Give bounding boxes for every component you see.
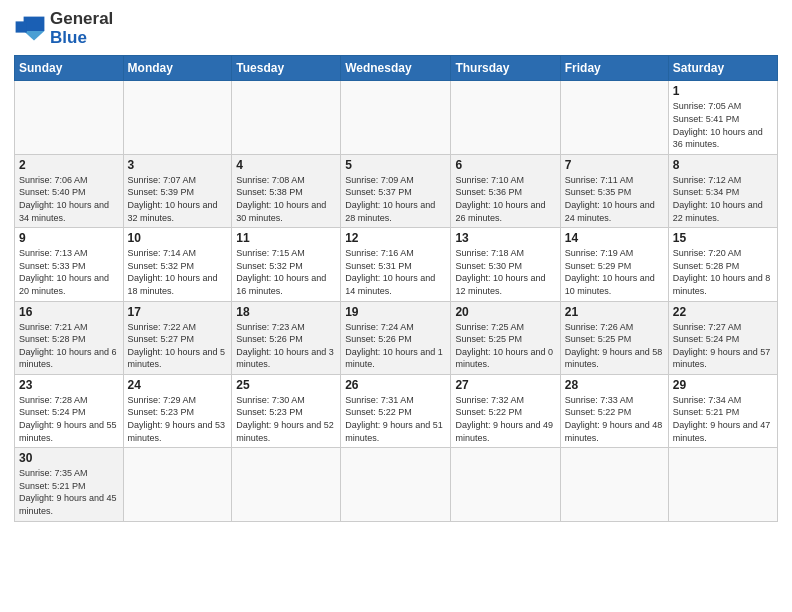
day-info: Sunrise: 7:07 AM Sunset: 5:39 PM Dayligh… [128,174,228,224]
day-number: 6 [455,158,555,172]
day-number: 2 [19,158,119,172]
calendar-cell [15,81,124,154]
calendar-cell: 4Sunrise: 7:08 AM Sunset: 5:38 PM Daylig… [232,154,341,227]
day-info: Sunrise: 7:33 AM Sunset: 5:22 PM Dayligh… [565,394,664,444]
day-number: 17 [128,305,228,319]
day-number: 9 [19,231,119,245]
day-info: Sunrise: 7:29 AM Sunset: 5:23 PM Dayligh… [128,394,228,444]
day-number: 27 [455,378,555,392]
calendar-cell: 9Sunrise: 7:13 AM Sunset: 5:33 PM Daylig… [15,228,124,301]
day-info: Sunrise: 7:28 AM Sunset: 5:24 PM Dayligh… [19,394,119,444]
day-info: Sunrise: 7:10 AM Sunset: 5:36 PM Dayligh… [455,174,555,224]
day-info: Sunrise: 7:24 AM Sunset: 5:26 PM Dayligh… [345,321,446,371]
weekday-header-tuesday: Tuesday [232,56,341,81]
calendar-cell: 8Sunrise: 7:12 AM Sunset: 5:34 PM Daylig… [668,154,777,227]
day-number: 29 [673,378,773,392]
calendar-cell [668,448,777,521]
calendar-cell: 21Sunrise: 7:26 AM Sunset: 5:25 PM Dayli… [560,301,668,374]
day-info: Sunrise: 7:11 AM Sunset: 5:35 PM Dayligh… [565,174,664,224]
calendar-cell [123,81,232,154]
week-row-3: 16Sunrise: 7:21 AM Sunset: 5:28 PM Dayli… [15,301,778,374]
weekday-header-wednesday: Wednesday [341,56,451,81]
calendar-cell: 14Sunrise: 7:19 AM Sunset: 5:29 PM Dayli… [560,228,668,301]
weekday-header-thursday: Thursday [451,56,560,81]
day-info: Sunrise: 7:30 AM Sunset: 5:23 PM Dayligh… [236,394,336,444]
day-info: Sunrise: 7:31 AM Sunset: 5:22 PM Dayligh… [345,394,446,444]
calendar-cell: 30Sunrise: 7:35 AM Sunset: 5:21 PM Dayli… [15,448,124,521]
day-number: 3 [128,158,228,172]
calendar-cell: 27Sunrise: 7:32 AM Sunset: 5:22 PM Dayli… [451,374,560,447]
calendar-cell: 22Sunrise: 7:27 AM Sunset: 5:24 PM Dayli… [668,301,777,374]
day-info: Sunrise: 7:34 AM Sunset: 5:21 PM Dayligh… [673,394,773,444]
calendar-cell: 25Sunrise: 7:30 AM Sunset: 5:23 PM Dayli… [232,374,341,447]
calendar-cell [560,81,668,154]
day-info: Sunrise: 7:21 AM Sunset: 5:28 PM Dayligh… [19,321,119,371]
day-number: 10 [128,231,228,245]
day-number: 25 [236,378,336,392]
day-number: 26 [345,378,446,392]
calendar-cell: 3Sunrise: 7:07 AM Sunset: 5:39 PM Daylig… [123,154,232,227]
day-info: Sunrise: 7:13 AM Sunset: 5:33 PM Dayligh… [19,247,119,297]
calendar-cell: 2Sunrise: 7:06 AM Sunset: 5:40 PM Daylig… [15,154,124,227]
day-number: 15 [673,231,773,245]
day-number: 22 [673,305,773,319]
calendar-cell [341,448,451,521]
calendar-cell [123,448,232,521]
calendar-cell [560,448,668,521]
day-info: Sunrise: 7:20 AM Sunset: 5:28 PM Dayligh… [673,247,773,297]
page: General Blue SundayMondayTuesdayWednesda… [0,0,792,612]
weekday-header-friday: Friday [560,56,668,81]
day-number: 21 [565,305,664,319]
logo-text: General [50,10,113,29]
day-number: 14 [565,231,664,245]
day-info: Sunrise: 7:06 AM Sunset: 5:40 PM Dayligh… [19,174,119,224]
day-number: 30 [19,451,119,465]
calendar-cell: 10Sunrise: 7:14 AM Sunset: 5:32 PM Dayli… [123,228,232,301]
day-info: Sunrise: 7:14 AM Sunset: 5:32 PM Dayligh… [128,247,228,297]
day-info: Sunrise: 7:12 AM Sunset: 5:34 PM Dayligh… [673,174,773,224]
weekday-header-monday: Monday [123,56,232,81]
day-number: 7 [565,158,664,172]
calendar-cell [341,81,451,154]
day-number: 28 [565,378,664,392]
calendar-cell: 11Sunrise: 7:15 AM Sunset: 5:32 PM Dayli… [232,228,341,301]
calendar-cell [232,81,341,154]
svg-rect-2 [16,21,27,32]
weekday-header-saturday: Saturday [668,56,777,81]
calendar-cell: 16Sunrise: 7:21 AM Sunset: 5:28 PM Dayli… [15,301,124,374]
day-info: Sunrise: 7:18 AM Sunset: 5:30 PM Dayligh… [455,247,555,297]
day-info: Sunrise: 7:19 AM Sunset: 5:29 PM Dayligh… [565,247,664,297]
calendar-cell: 20Sunrise: 7:25 AM Sunset: 5:25 PM Dayli… [451,301,560,374]
calendar-cell: 5Sunrise: 7:09 AM Sunset: 5:37 PM Daylig… [341,154,451,227]
day-number: 23 [19,378,119,392]
calendar-cell: 26Sunrise: 7:31 AM Sunset: 5:22 PM Dayli… [341,374,451,447]
day-number: 24 [128,378,228,392]
calendar-cell: 29Sunrise: 7:34 AM Sunset: 5:21 PM Dayli… [668,374,777,447]
day-number: 11 [236,231,336,245]
week-row-1: 2Sunrise: 7:06 AM Sunset: 5:40 PM Daylig… [15,154,778,227]
logo-blue-text: Blue [50,29,113,48]
calendar-cell: 13Sunrise: 7:18 AM Sunset: 5:30 PM Dayli… [451,228,560,301]
header: General Blue [14,10,778,47]
week-row-0: 1Sunrise: 7:05 AM Sunset: 5:41 PM Daylig… [15,81,778,154]
day-number: 1 [673,84,773,98]
calendar-cell: 12Sunrise: 7:16 AM Sunset: 5:31 PM Dayli… [341,228,451,301]
logo-icon [14,15,46,43]
calendar-cell: 24Sunrise: 7:29 AM Sunset: 5:23 PM Dayli… [123,374,232,447]
day-number: 18 [236,305,336,319]
calendar-cell: 19Sunrise: 7:24 AM Sunset: 5:26 PM Dayli… [341,301,451,374]
calendar-cell: 23Sunrise: 7:28 AM Sunset: 5:24 PM Dayli… [15,374,124,447]
logo: General Blue [14,10,113,47]
day-info: Sunrise: 7:15 AM Sunset: 5:32 PM Dayligh… [236,247,336,297]
calendar-cell: 28Sunrise: 7:33 AM Sunset: 5:22 PM Dayli… [560,374,668,447]
week-row-2: 9Sunrise: 7:13 AM Sunset: 5:33 PM Daylig… [15,228,778,301]
weekday-header-row: SundayMondayTuesdayWednesdayThursdayFrid… [15,56,778,81]
day-info: Sunrise: 7:27 AM Sunset: 5:24 PM Dayligh… [673,321,773,371]
calendar-cell: 15Sunrise: 7:20 AM Sunset: 5:28 PM Dayli… [668,228,777,301]
calendar-cell: 1Sunrise: 7:05 AM Sunset: 5:41 PM Daylig… [668,81,777,154]
day-info: Sunrise: 7:23 AM Sunset: 5:26 PM Dayligh… [236,321,336,371]
day-number: 12 [345,231,446,245]
day-info: Sunrise: 7:05 AM Sunset: 5:41 PM Dayligh… [673,100,773,150]
day-info: Sunrise: 7:35 AM Sunset: 5:21 PM Dayligh… [19,467,119,517]
day-info: Sunrise: 7:32 AM Sunset: 5:22 PM Dayligh… [455,394,555,444]
